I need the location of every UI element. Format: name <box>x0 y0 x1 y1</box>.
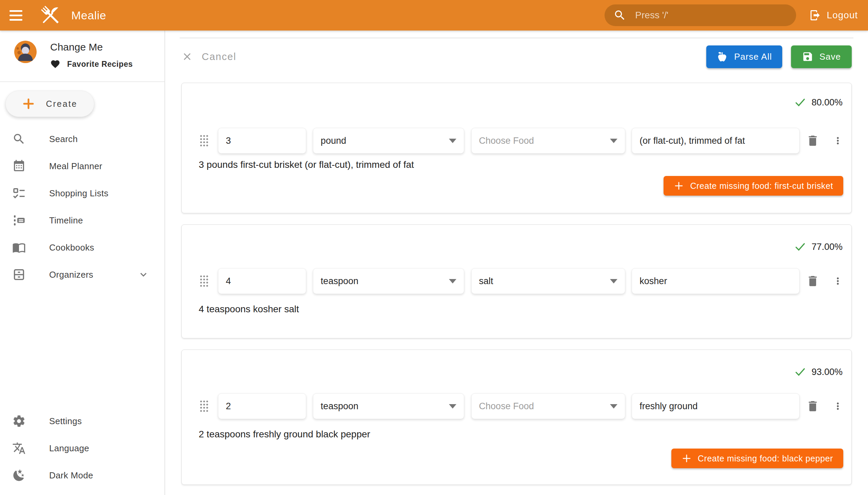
timeline-icon <box>12 214 26 227</box>
drag-handle-icon[interactable] <box>200 400 208 413</box>
app-title: Mealie <box>71 9 106 22</box>
create-label: Create <box>46 99 77 109</box>
kebab-menu-icon <box>832 135 843 146</box>
trash-icon <box>806 134 819 148</box>
trash-icon <box>806 399 819 413</box>
create-missing-food-label: Create missing food: black pepper <box>698 454 833 463</box>
sidebar-item-timeline[interactable]: Timeline <box>0 207 165 234</box>
logout-button[interactable]: Logout <box>809 9 858 21</box>
create-button[interactable]: Create <box>5 90 94 117</box>
chevron-down-icon <box>610 404 617 409</box>
apple-icon <box>716 51 728 62</box>
sidebar-item-meal-planner[interactable]: Meal Planner <box>0 153 165 180</box>
drag-handle-icon[interactable] <box>200 275 208 288</box>
delete-button[interactable] <box>805 397 820 415</box>
chevron-down-icon <box>449 279 456 284</box>
check-icon <box>795 366 806 378</box>
sidebar-item-dark-mode[interactable]: Dark Mode <box>0 462 165 489</box>
sidebar-item-settings[interactable]: Settings <box>0 408 165 434</box>
sidebar-item-label: Language <box>49 443 89 454</box>
app-bar: Mealie Press '/' Logout <box>0 0 868 31</box>
kebab-menu-icon <box>832 401 843 412</box>
save-icon <box>802 51 813 62</box>
chevron-down-icon[interactable] <box>137 269 150 281</box>
sidebar-item-search[interactable]: Search <box>0 125 165 153</box>
save-button[interactable]: Save <box>791 46 852 68</box>
sidebar-item-label: Meal Planner <box>49 161 102 172</box>
check-icon <box>795 241 806 253</box>
sidebar-item-shopping-lists[interactable]: Shopping Lists <box>0 180 165 207</box>
drawer-icon <box>12 268 26 281</box>
parse-all-button[interactable]: Parse All <box>706 46 782 68</box>
food-select[interactable]: salt <box>471 268 626 294</box>
create-missing-food-button[interactable]: Create missing food: black pepper <box>671 448 843 468</box>
sidebar-item-label: Search <box>49 134 78 144</box>
confidence-value: 80.00% <box>811 97 843 108</box>
favorite-recipes-link[interactable]: Favorite Recipes <box>50 59 133 69</box>
create-missing-food-label: Create missing food: first-cut brisket <box>690 181 833 191</box>
book-icon <box>12 241 26 254</box>
plus-icon <box>22 97 35 110</box>
note-input[interactable]: kosher <box>632 268 800 294</box>
quantity-input[interactable]: 3 <box>218 128 306 154</box>
cancel-button[interactable]: Cancel <box>182 51 236 62</box>
cancel-label: Cancel <box>202 51 236 62</box>
quantity-input[interactable]: 4 <box>218 268 306 294</box>
delete-button[interactable] <box>805 132 820 150</box>
sidebar-item-label: Dark Mode <box>49 470 93 481</box>
more-options-button[interactable] <box>832 397 843 415</box>
close-icon <box>182 51 193 62</box>
note-input[interactable]: (or flat-cut), trimmed of fat <box>632 128 800 154</box>
favorite-recipes-label: Favorite Recipes <box>67 60 133 69</box>
unit-select[interactable]: pound <box>313 128 464 154</box>
more-options-button[interactable] <box>832 272 843 290</box>
menu-icon[interactable] <box>10 7 25 23</box>
user-block[interactable]: Change Me Favorite Recipes <box>0 31 165 81</box>
sidebar-item-cookbooks[interactable]: Cookbooks <box>0 234 165 261</box>
check-icon <box>795 97 806 108</box>
search-input[interactable]: Press '/' <box>605 4 796 26</box>
confidence-row: 77.00% <box>190 225 843 253</box>
search-icon <box>12 132 26 146</box>
food-select[interactable]: Choose Food <box>471 128 626 154</box>
sidebar-item-organizers[interactable]: Organizers <box>0 261 165 288</box>
sidebar-item-label: Timeline <box>49 215 83 226</box>
chevron-down-icon <box>610 139 617 143</box>
food-select[interactable]: Choose Food <box>471 393 626 419</box>
search-placeholder: Press '/' <box>635 10 668 21</box>
trash-icon <box>806 274 819 288</box>
create-missing-food-button[interactable]: Create missing food: first-cut brisket <box>664 176 843 195</box>
original-ingredient-text: 3 pounds first-cut brisket (or flat-cut)… <box>199 159 843 171</box>
confidence-row: 93.00% <box>190 350 843 378</box>
ingredient-fields: 3 pound Choose Food (or flat-cut), trimm… <box>190 128 843 154</box>
ingredient-fields: 2 teaspoon Choose Food freshly ground <box>190 393 843 419</box>
sidebar-item-language[interactable]: Language <box>0 434 165 462</box>
avatar <box>14 41 37 63</box>
plus-icon <box>682 453 692 463</box>
save-label: Save <box>819 52 841 62</box>
sidebar-item-label: Cookbooks <box>49 242 94 253</box>
more-options-button[interactable] <box>832 132 843 150</box>
heart-icon <box>50 59 61 69</box>
sidebar-nav: Search Meal Planner Shopping Lists <box>0 125 165 288</box>
original-ingredient-text: 4 teaspoons kosher salt <box>199 304 843 315</box>
sidebar-bottom: Settings Language Dark Mode <box>0 408 165 495</box>
ingredient-card: 77.00% 4 teaspoon salt kosher <box>182 224 852 338</box>
quantity-input[interactable]: 2 <box>218 393 306 419</box>
kebab-menu-icon <box>832 276 843 287</box>
sidebar: Change Me Favorite Recipes Create Search… <box>0 31 165 495</box>
parser-toolbar: Cancel Parse All Save <box>182 45 852 68</box>
sidebar-divider <box>0 81 165 82</box>
drag-handle-icon[interactable] <box>200 134 208 147</box>
ingredient-card: 80.00% 3 pound Choose Food (or flat-cut)… <box>182 83 852 213</box>
gear-icon <box>12 414 26 428</box>
chevron-down-icon <box>610 279 617 284</box>
confidence-row: 80.00% <box>190 83 843 108</box>
mealie-logo-icon <box>38 3 63 28</box>
note-input[interactable]: freshly ground <box>632 393 800 419</box>
delete-button[interactable] <box>805 272 820 290</box>
unit-select[interactable]: teaspoon <box>313 268 464 294</box>
unit-select[interactable]: teaspoon <box>313 393 464 419</box>
ingredient-parser-main: Cancel Parse All Save 80.00% <box>165 38 868 495</box>
chevron-down-icon <box>449 139 456 143</box>
